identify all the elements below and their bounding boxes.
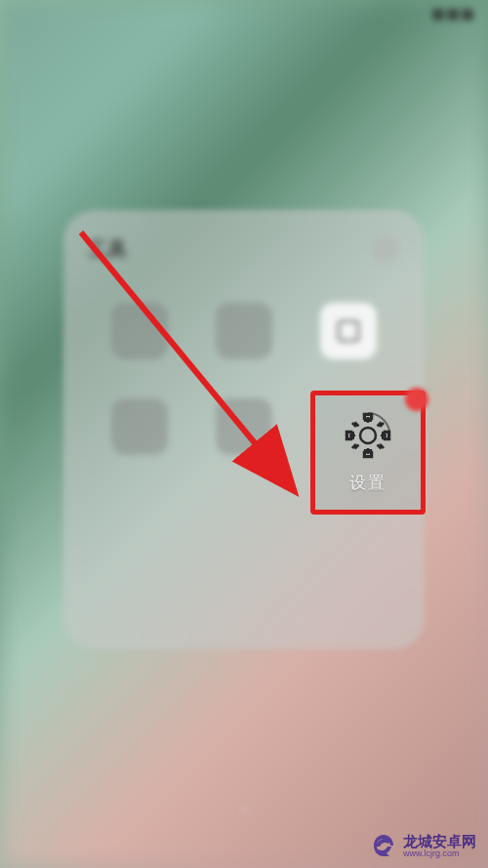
app-icon [216,398,272,455]
battery-icon [462,9,473,21]
svg-point-2 [360,428,376,443]
home-indicator[interactable]: ⌃ [238,806,250,821]
status-bar [0,0,488,29]
folder-close-button[interactable] [371,234,400,264]
app-icon [216,303,272,359]
app-item-2[interactable] [202,303,287,369]
app-item-4[interactable] [98,398,183,465]
signal-icon [432,9,444,21]
wifi-icon [447,9,459,21]
watermark: 龙城安卓网 www.lcjrg.com [370,833,476,860]
gear-icon[interactable] [344,411,392,460]
watermark-name: 龙城安卓网 [403,834,476,850]
app-icon [320,303,377,359]
app-item-1[interactable] [98,303,183,369]
watermark-logo-icon [370,833,397,860]
app-item-5[interactable] [202,398,287,465]
app-item-3[interactable] [305,303,390,369]
annotation-highlight-box: 设置 [310,391,426,515]
folder-title: 工具 [88,236,127,263]
app-icon [111,398,168,455]
folder-header: 工具 [88,234,400,264]
notification-badge [405,388,428,411]
settings-app-label: 设置 [349,472,386,494]
status-indicators [432,9,473,21]
app-icon [111,303,168,359]
watermark-url: www.lcjrg.com [403,849,476,859]
